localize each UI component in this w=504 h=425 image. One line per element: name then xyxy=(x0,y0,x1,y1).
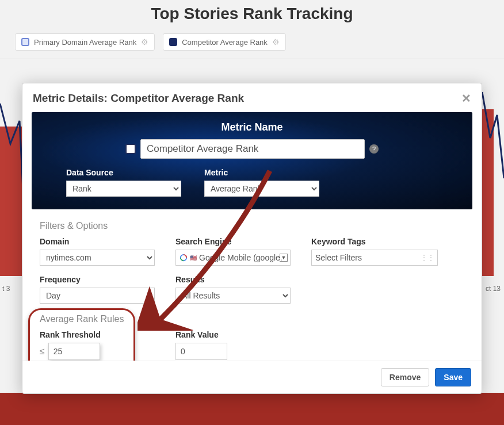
rank-threshold-label: Rank Threshold xyxy=(40,330,155,339)
remove-button[interactable]: Remove xyxy=(381,368,429,386)
results-label: Results xyxy=(175,275,291,284)
data-source-label: Data Source xyxy=(66,168,181,177)
google-icon xyxy=(180,254,188,262)
search-engine-select[interactable]: 🇺🇸 Google Mobile (google. ▼ xyxy=(175,250,291,266)
rank-value-input[interactable] xyxy=(175,343,227,360)
gear-icon[interactable]: ⚙ xyxy=(272,37,280,47)
chevron-down-icon[interactable]: ▼ xyxy=(280,254,288,262)
domain-select[interactable]: nytimes.com xyxy=(40,250,155,266)
domain-label: Domain xyxy=(40,237,155,246)
results-select[interactable]: All Results xyxy=(175,288,291,304)
help-icon[interactable]: ? xyxy=(369,144,379,154)
metric-details-modal: Metric Details: Competitor Average Rank … xyxy=(22,83,482,394)
swatch-icon xyxy=(169,38,177,46)
legend-primary[interactable]: Primary Domain Average Rank ⚙ xyxy=(15,33,155,51)
divider xyxy=(0,59,504,59)
save-button[interactable]: Save xyxy=(435,368,471,386)
frequency-select[interactable]: Day xyxy=(40,288,155,304)
modal-title: Metric Details: Competitor Average Rank xyxy=(33,92,244,105)
legend-label: Competitor Average Rank xyxy=(182,38,268,47)
swatch-icon xyxy=(21,38,29,46)
rank-value-label: Rank Value xyxy=(175,330,291,339)
metric-select[interactable]: Average Rank xyxy=(204,181,319,197)
metric-name-heading: Metric Name xyxy=(45,121,459,133)
rank-threshold-input[interactable] xyxy=(48,343,100,360)
drag-grip-icon: ⋮⋮ xyxy=(420,253,434,262)
axis-tick: ct 13 xyxy=(486,285,501,293)
frequency-label: Frequency xyxy=(40,275,155,284)
search-engine-label: Search Engine xyxy=(175,237,291,246)
search-engine-value: Google Mobile (google. xyxy=(199,253,287,262)
axis-tick: t 3 xyxy=(2,285,10,293)
rules-heading: Average Rank Rules xyxy=(40,314,472,324)
less-equal-icon: ≤ xyxy=(40,346,45,357)
keyword-tags-input[interactable]: Select Filters ⋮⋮ xyxy=(311,250,438,266)
legend-label: Primary Domain Average Rank xyxy=(34,38,136,47)
footer-band xyxy=(0,393,504,425)
metric-label: Metric xyxy=(204,168,319,177)
page-title: Top Stories Rank Tracking xyxy=(0,5,504,23)
metric-name-input[interactable] xyxy=(140,139,365,159)
keyword-tags-label: Keyword Tags xyxy=(311,237,438,246)
color-picker-swatch[interactable] xyxy=(125,144,136,154)
data-source-select[interactable]: Rank xyxy=(66,181,181,197)
gear-icon[interactable]: ⚙ xyxy=(141,37,148,47)
metric-hero: Metric Name ? Data Source Rank Metric Av… xyxy=(32,112,472,209)
filters-heading: Filters & Options xyxy=(40,221,472,231)
legend-competitor[interactable]: Competitor Average Rank ⚙ xyxy=(163,33,286,51)
close-icon[interactable]: ✕ xyxy=(461,91,471,105)
